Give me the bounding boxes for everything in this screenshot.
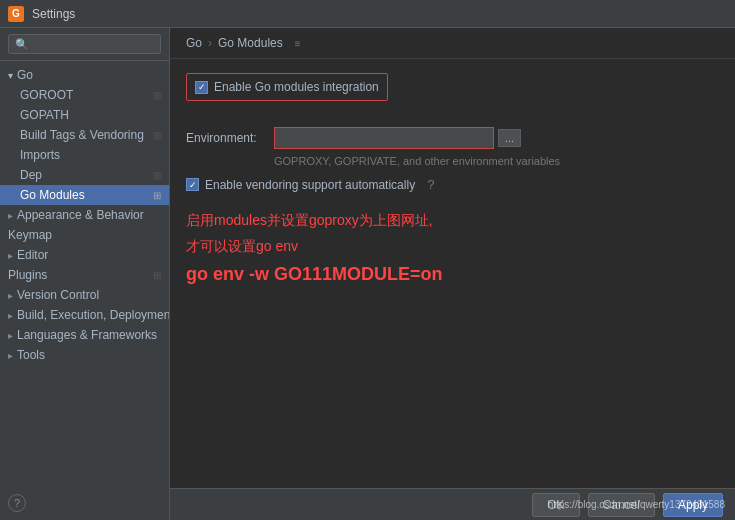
annotation-line1: 启用modules并设置goproxy为上图网址,: [186, 212, 719, 230]
env-input[interactable]: [274, 127, 494, 149]
sidebar-tree: ▾ Go GOROOT ⊞ GOPATH Build Tags & Vendor…: [0, 61, 169, 520]
sidebar-item-build-execution[interactable]: ▸ Build, Execution, Deployment: [0, 305, 169, 325]
environment-row: Environment: ...: [186, 127, 719, 149]
window-title: Settings: [32, 7, 75, 21]
chevron-icon: ▸: [8, 310, 13, 321]
chevron-icon: ▸: [8, 210, 13, 221]
annotation-command: go env -w GO111MODULE=on: [186, 264, 719, 285]
sidebar-item-label: Version Control: [17, 288, 99, 302]
enable-modules-label: Enable Go modules integration: [214, 80, 379, 94]
sidebar-item-version-control[interactable]: ▸ Version Control: [0, 285, 169, 305]
settings-icon: ⊞: [153, 90, 161, 101]
env-hint: GOPROXY, GOPRIVATE, and other environmen…: [274, 155, 719, 167]
check-icon: ✓: [189, 180, 197, 190]
sidebar-item-dep[interactable]: Dep ⊞: [0, 165, 169, 185]
env-input-wrap: ...: [274, 127, 719, 149]
sidebar-item-go-modules[interactable]: Go Modules ⊞: [0, 185, 169, 205]
enable-modules-row[interactable]: ✓ Enable Go modules integration: [186, 73, 388, 101]
sidebar-item-label: Dep: [20, 168, 42, 182]
search-input[interactable]: [8, 34, 161, 54]
sidebar-item-editor[interactable]: ▸ Editor: [0, 245, 169, 265]
main-layout: ▾ Go GOROOT ⊞ GOPATH Build Tags & Vendor…: [0, 28, 735, 520]
sidebar-item-tools[interactable]: ▸ Tools: [0, 345, 169, 365]
settings-panel: ✓ Enable Go modules integration Environm…: [170, 59, 735, 488]
chevron-icon: ▸: [8, 330, 13, 341]
settings-icon: ⊞: [153, 270, 161, 281]
sidebar-item-label: Go Modules: [20, 188, 85, 202]
help-icon[interactable]: ?: [8, 494, 26, 512]
env-browse-button[interactable]: ...: [498, 129, 521, 147]
sidebar-item-gopath[interactable]: GOPATH: [0, 105, 169, 125]
app-icon: G: [8, 6, 24, 22]
chevron-icon: ▸: [8, 250, 13, 261]
sidebar-item-keymap[interactable]: Keymap: [0, 225, 169, 245]
vendor-checkbox[interactable]: ✓: [186, 178, 199, 191]
sidebar-item-label: GOROOT: [20, 88, 73, 102]
settings-icon: ⊞: [153, 170, 161, 181]
sidebar-item-label: Build Tags & Vendoring: [20, 128, 144, 142]
sidebar-item-imports[interactable]: Imports: [0, 145, 169, 165]
sidebar-item-label: Plugins: [8, 268, 47, 282]
breadcrumb: Go › Go Modules ≡: [170, 28, 735, 59]
sidebar-item-languages[interactable]: ▸ Languages & Frameworks: [0, 325, 169, 345]
sidebar-item-go[interactable]: ▾ Go: [0, 65, 169, 85]
enable-modules-section: ✓ Enable Go modules integration: [186, 73, 719, 113]
breadcrumb-go: Go: [186, 36, 202, 50]
annotation-block: 启用modules并设置goproxy为上图网址, 才可以设置go env go…: [186, 212, 719, 285]
chevron-icon: ▾: [8, 70, 13, 81]
help-inline-icon: ?: [427, 177, 434, 192]
chevron-icon: ▸: [8, 290, 13, 301]
vendor-label: Enable vendoring support automatically: [205, 178, 415, 192]
search-box: [0, 28, 169, 61]
sidebar-item-label: Keymap: [8, 228, 52, 242]
menu-icon: ≡: [295, 38, 301, 49]
annotation-line2: 才可以设置go env: [186, 238, 719, 256]
sidebar-item-label: Appearance & Behavior: [17, 208, 144, 222]
sidebar-item-label: Go: [17, 68, 33, 82]
vendor-row[interactable]: ✓ Enable vendoring support automatically…: [186, 177, 719, 192]
content-area: Go › Go Modules ≡ ✓ Enable Go modules in…: [170, 28, 735, 520]
chevron-icon: ▸: [8, 350, 13, 361]
sidebar-item-build-tags[interactable]: Build Tags & Vendoring ⊞: [0, 125, 169, 145]
env-label: Environment:: [186, 131, 266, 145]
breadcrumb-go-modules: Go Modules: [218, 36, 283, 50]
sidebar: ▾ Go GOROOT ⊞ GOPATH Build Tags & Vendor…: [0, 28, 170, 520]
title-bar: G Settings: [0, 0, 735, 28]
sidebar-item-label: Imports: [20, 148, 60, 162]
sidebar-item-label: Build, Execution, Deployment: [17, 308, 170, 322]
sidebar-item-appearance[interactable]: ▸ Appearance & Behavior: [0, 205, 169, 225]
sidebar-item-label: Languages & Frameworks: [17, 328, 157, 342]
sidebar-item-label: GOPATH: [20, 108, 69, 122]
watermark: https://blog.csdn.net/qwerty1372431588: [548, 499, 725, 510]
sidebar-item-label: Editor: [17, 248, 48, 262]
sidebar-item-label: Tools: [17, 348, 45, 362]
sidebar-item-plugins[interactable]: Plugins ⊞: [0, 265, 169, 285]
settings-icon: ⊞: [153, 130, 161, 141]
breadcrumb-sep: ›: [208, 36, 212, 50]
enable-modules-checkbox[interactable]: ✓: [195, 81, 208, 94]
sidebar-item-goroot[interactable]: GOROOT ⊞: [0, 85, 169, 105]
settings-icon: ⊞: [153, 190, 161, 201]
check-icon: ✓: [198, 82, 206, 92]
